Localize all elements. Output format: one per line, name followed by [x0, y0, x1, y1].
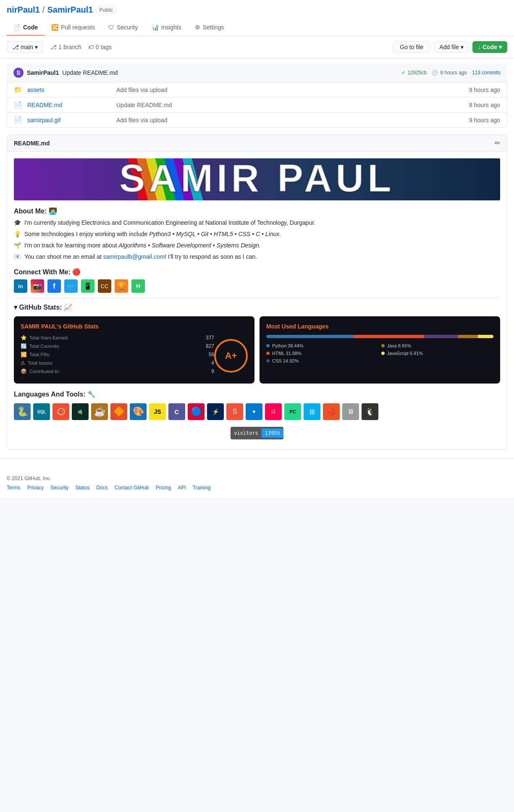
about-line-4: You can shoot me an email at samirpaulb@… — [24, 252, 257, 261]
table-row: 📄 README.md Update README.md 8 hours ago — [7, 97, 507, 113]
file-time-readme: 8 hours ago — [450, 102, 500, 108]
copyright: © 2021 GitHub, Inc. — [7, 476, 507, 481]
tab-pull-requests[interactable]: 🔀 Pull requests — [45, 20, 102, 36]
twitter-icon[interactable]: 🐦 — [64, 279, 78, 293]
tab-settings[interactable]: ⚙ Settings — [188, 20, 231, 36]
codechef-icon[interactable]: CC — [98, 279, 111, 293]
mysql-tool-icon[interactable]: SQL — [33, 403, 50, 420]
branch-bar: ⎇ main ▾ ⎇ 1 branch 🏷 0 tags Go to file … — [0, 36, 514, 58]
footer-link-security[interactable]: Security — [50, 485, 68, 491]
footer-link-pricing[interactable]: Pricing — [156, 485, 171, 491]
hackerrank-icon[interactable]: H — [131, 279, 145, 293]
code-button[interactable]: ↓ Code ▾ — [472, 41, 507, 53]
powershell-tool-icon[interactable]: ⚡ — [207, 403, 224, 420]
linkedin-icon[interactable]: in — [14, 279, 27, 293]
about-line-1: I'm currently studying Electronics and C… — [24, 218, 315, 227]
title-separator: / — [42, 5, 45, 15]
social-icons: in 📷 f 🐦 📱 CC 🏆 H — [14, 279, 500, 293]
plant-emoji: 🌱 — [14, 241, 21, 250]
list-item: ⚠ Total Issues: 4 — [21, 360, 214, 366]
public-badge: Public — [95, 6, 117, 14]
angular-tool-icon[interactable]: 🔵 — [188, 403, 205, 420]
github-stats-title[interactable]: ▾ GitHub Stats: 📈 — [14, 303, 500, 311]
branch-selector[interactable]: ⎇ main ▾ — [7, 41, 43, 53]
stat-label-prs: Total PRs: — [29, 352, 50, 357]
email-link[interactable]: samirpaulb@gmail.com — [103, 253, 165, 260]
folder-icon: 📁 — [14, 86, 22, 94]
github-stats-card: SAMIR PAUL's GitHub Stats ⭐ Total Stars … — [14, 316, 254, 384]
whatsapp-icon[interactable]: 📱 — [81, 279, 94, 293]
css-label: CSS 14.92% — [272, 358, 299, 363]
tab-insights[interactable]: 📊 Insights — [145, 20, 188, 36]
code-arrow-icon: ↓ — [478, 44, 481, 50]
footer-link-contact[interactable]: Contact GitHub — [115, 485, 149, 491]
list-item: Python 38.44% — [266, 343, 379, 348]
ubuntu-tool-icon[interactable]: 🔴 — [323, 403, 340, 420]
visitor-label: visitors — [231, 428, 262, 438]
file-name-assets[interactable]: assets — [27, 87, 111, 93]
intellij-tool-icon[interactable]: IJ — [265, 403, 282, 420]
settings-icon: ⚙ — [195, 24, 200, 31]
html5-tool-icon[interactable]: 🔶 — [110, 403, 127, 420]
divider — [14, 298, 500, 298]
commit-author[interactable]: SamirPaul1 — [27, 69, 59, 76]
footer-link-training[interactable]: Training — [193, 485, 211, 491]
tab-security[interactable]: 🛡 Security — [102, 20, 145, 36]
git-tool-icon[interactable]: ⬡ — [52, 403, 69, 420]
footer-link-docs[interactable]: Docs — [96, 485, 108, 491]
file-name-readme[interactable]: README.md — [27, 102, 111, 108]
facebook-icon[interactable]: f — [47, 279, 61, 293]
python-tool-icon[interactable]: 🐍 — [14, 403, 31, 420]
footer-links: Terms Privacy Security Status Docs Conta… — [7, 485, 507, 491]
about-line-2: Some technologies I enjoy working with i… — [24, 230, 281, 239]
pr-icon: 🔀 — [21, 352, 27, 357]
chevron-down-icon: ▾ — [35, 44, 38, 50]
footer-link-api[interactable]: API — [178, 485, 186, 491]
vscode-tool-icon[interactable]: ✦ — [246, 403, 262, 420]
svg-text:SAMIR PAUL: SAMIR PAUL — [119, 158, 395, 200]
instagram-icon[interactable]: 📷 — [31, 279, 44, 293]
html-bar — [354, 335, 424, 338]
file-commit-assets: Add files via upload — [116, 87, 445, 93]
repo-owner[interactable]: nirPaul1 — [7, 5, 40, 15]
tab-code[interactable]: 📄 Code — [7, 20, 45, 36]
commit-count-link[interactable]: 113 commits — [472, 70, 501, 76]
commit-sha[interactable]: 12925cb — [407, 70, 427, 76]
footer-link-status[interactable]: Status — [75, 485, 89, 491]
about-line-3: I'm on track for learning more about Alg… — [24, 241, 261, 250]
commit-row: S SamirPaul1 Update README.md ✓ 12925cb … — [7, 63, 507, 82]
branch-count[interactable]: ⎇ 1 branch — [50, 44, 81, 50]
stats-grid: SAMIR PAUL's GitHub Stats ⭐ Total Stars … — [14, 316, 500, 384]
stackoverflow-icon[interactable]: 🏆 — [115, 279, 128, 293]
django-tool-icon[interactable]: dj — [72, 403, 89, 420]
clock-icon: 🕐 — [432, 70, 438, 76]
mac-tool-icon[interactable]: 🖥 — [342, 403, 359, 420]
c-tool-icon[interactable]: C — [168, 403, 185, 420]
add-file-button[interactable]: Add file ▾ — [434, 41, 469, 53]
lang-card-title: Most Used Languages — [266, 323, 493, 330]
file-commit-gif: Add files via upload — [116, 117, 445, 124]
js-dot — [381, 352, 385, 355]
js-tool-icon[interactable]: JS — [149, 403, 166, 420]
tags-count[interactable]: 🏷 0 tags — [88, 44, 112, 50]
stat-label-stars: Total Stars Earned: — [29, 335, 69, 340]
file-name-gif[interactable]: samirpaul.gif — [27, 117, 111, 124]
security-icon: 🛡 — [108, 24, 114, 31]
stat-value-stars: 377 — [206, 335, 214, 341]
edit-icon[interactable]: ✏ — [495, 139, 500, 147]
file-time-assets: 9 hours ago — [450, 87, 500, 93]
swift-tool-icon[interactable]: S — [226, 403, 243, 420]
footer-link-terms[interactable]: Terms — [7, 485, 21, 491]
repo-name[interactable]: SamirPaul1 — [47, 5, 93, 15]
linux-tool-icon[interactable]: 🐧 — [362, 403, 378, 420]
css3-tool-icon[interactable]: 🎨 — [130, 403, 147, 420]
footer-link-privacy[interactable]: Privacy — [27, 485, 44, 491]
java-tool-icon[interactable]: ☕ — [91, 403, 108, 420]
windows-tool-icon[interactable]: ⊞ — [304, 403, 320, 420]
stat-label-contrib: Contributed to: — [29, 369, 60, 374]
table-row: 📁 assets Add files via upload 9 hours ag… — [7, 82, 507, 97]
go-to-file-button[interactable]: Go to file — [393, 41, 430, 53]
pycharm-tool-icon[interactable]: PC — [284, 403, 301, 420]
contrib-icon: 📦 — [21, 368, 27, 374]
lang-card: Most Used Languages Python 38.44% — [260, 316, 500, 384]
